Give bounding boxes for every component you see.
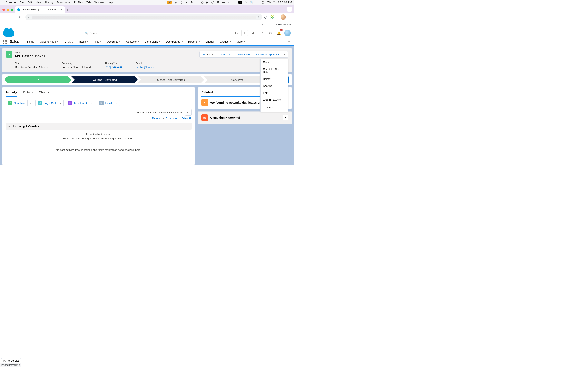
path-stage-future[interactable]: Closed - Not Converted (138, 76, 204, 83)
menu-profiles[interactable]: Profiles (74, 1, 83, 4)
record-actions-dropdown[interactable]: ▾ (282, 51, 288, 58)
bookmarks-overflow-icon[interactable]: » (261, 23, 263, 26)
nav-files[interactable]: Files▾ (91, 38, 104, 46)
nav-chatter[interactable]: Chatter (203, 38, 217, 46)
follow-button[interactable]: ＋Follow (199, 51, 217, 58)
browser-tab[interactable]: Bertha Boxer | Lead | Salesfor... × (15, 6, 65, 13)
nav-contacts[interactable]: Contacts▾ (124, 38, 141, 46)
path-stage-current[interactable]: Working - Contacted (71, 76, 138, 83)
global-add-button[interactable]: ＋ (241, 30, 248, 36)
menubar-app-name[interactable]: Chrome (6, 1, 16, 4)
menu-delete[interactable]: Delete (260, 76, 288, 83)
nav-home[interactable]: Home (25, 38, 37, 46)
field-email-value[interactable]: bertha@fcof.net (136, 66, 155, 69)
setup-gear-icon[interactable]: ⚙ (267, 30, 274, 36)
new-note-button[interactable]: New Note (235, 51, 253, 58)
menu-edit[interactable]: Edit (27, 1, 32, 4)
view-all-link[interactable]: View All (182, 117, 191, 120)
menu-history[interactable]: History (45, 1, 53, 4)
tabs-dropdown-button[interactable]: ⌄ (287, 7, 292, 12)
menu-bookmarks[interactable]: Bookmarks (57, 1, 70, 4)
menu-edit[interactable]: Edit (260, 90, 288, 96)
nav-dashboards[interactable]: Dashboards▾ (164, 38, 185, 46)
tab-activity[interactable]: Activity (6, 90, 17, 97)
mic-icon[interactable]: 🎤 (167, 1, 172, 4)
window-zoom-icon[interactable] (11, 8, 13, 11)
global-search-input[interactable]: 🔍 Search... (83, 30, 164, 36)
nav-campaigns[interactable]: Campaigns▾ (142, 38, 163, 46)
bluetooth-icon[interactable]: ✳ (245, 1, 247, 4)
omnibox[interactable]: ⊶ ☆ (25, 14, 262, 20)
wifi-icon[interactable]: ᯤ (228, 1, 231, 4)
tab-details[interactable]: Details (23, 90, 33, 97)
display-icon[interactable]: 🖥 (217, 1, 219, 4)
nav-more[interactable]: More▾ (234, 38, 247, 46)
menu-change-owner[interactable]: Change Owner (260, 96, 288, 103)
menu-clone[interactable]: Clone (260, 59, 288, 66)
path-stage-complete[interactable]: ✓ (5, 76, 71, 83)
menu-view[interactable]: View (35, 1, 41, 4)
user-avatar-icon[interactable] (284, 30, 291, 36)
new-event-button[interactable]: ▦ New Event (66, 100, 89, 106)
nav-back-button[interactable]: ← (2, 14, 8, 20)
salesforce-logo-icon[interactable] (3, 29, 14, 37)
nav-reports[interactable]: Reports▾ (186, 38, 202, 46)
menubar-icon[interactable]: Ⓖ (174, 1, 177, 4)
profile-avatar-icon[interactable] (281, 15, 286, 20)
expand-all-link[interactable]: Expand All (165, 117, 178, 120)
email-button[interactable]: ✉ Email (97, 100, 114, 106)
menubar-icon[interactable]: ◎ (180, 1, 182, 4)
refresh-link[interactable]: Refresh (152, 117, 162, 120)
new-task-dropdown[interactable]: ▾ (27, 100, 33, 106)
menubar-clock[interactable]: Thu Oct 17 6:03 PM (268, 1, 292, 4)
menubar-icon[interactable]: ▶ (207, 1, 208, 4)
favorites-button[interactable]: ★▾ (233, 30, 239, 36)
new-case-button[interactable]: New Case (217, 51, 235, 58)
menubar-icon[interactable]: ✦ (185, 1, 187, 4)
nav-tasks[interactable]: Tasks▾ (76, 38, 90, 46)
field-phone-value[interactable]: (850) 644-4200 (104, 66, 123, 69)
menu-help[interactable]: Help (108, 1, 113, 4)
menubar-icon[interactable]: ↻ (233, 1, 236, 4)
menu-tab[interactable]: Tab (86, 1, 91, 4)
site-info-icon[interactable]: ⊶ (28, 16, 30, 18)
menubar-icon[interactable]: ⚗ (190, 1, 193, 4)
chrome-menu-icon[interactable]: ⋮ (289, 15, 292, 19)
nav-groups[interactable]: Groups▾ (217, 38, 233, 46)
trailhead-icon[interactable]: ⛰ (250, 30, 256, 36)
submit-approval-button[interactable]: Submit for Approval (253, 51, 282, 58)
upcoming-overdue-section[interactable]: ⌄ Upcoming & Overdue (6, 123, 191, 130)
new-tab-button[interactable]: + (65, 7, 70, 13)
menubar-a-icon[interactable]: A (238, 1, 242, 4)
nav-reload-button[interactable]: ⟳ (17, 14, 23, 20)
siri-icon[interactable]: ◯ (261, 1, 265, 4)
menu-window[interactable]: Window (94, 1, 104, 4)
menubar-icon[interactable]: ⓘ (211, 1, 214, 4)
battery-icon[interactable]: ▬ (222, 1, 225, 4)
new-event-dropdown[interactable]: ▾ (89, 100, 95, 106)
tab-chatter[interactable]: Chatter (39, 90, 49, 97)
extensions-puzzle-icon[interactable]: 🧩 (270, 15, 274, 19)
window-minimize-icon[interactable] (7, 8, 9, 11)
menu-convert[interactable]: Convert (261, 104, 287, 111)
nav-forward-button[interactable]: → (10, 14, 16, 20)
activity-settings-icon[interactable]: ⚙ (185, 109, 191, 116)
notifications-bell-icon[interactable]: 🔔12 (276, 30, 282, 36)
campaign-card-dropdown[interactable]: ▾ (283, 115, 288, 120)
menu-check-new-data[interactable]: Check for New Data (260, 66, 288, 76)
menubar-icon[interactable]: 〰 (196, 1, 198, 4)
bookmark-star-icon[interactable]: ☆ (257, 16, 260, 18)
help-icon[interactable]: ? (259, 30, 265, 36)
app-launcher-icon[interactable] (3, 40, 7, 44)
extension-icon[interactable]: ◎ (264, 15, 267, 19)
log-call-dropdown[interactable]: ▾ (58, 100, 64, 106)
control-center-icon[interactable]: ⚌ (256, 1, 259, 4)
menubar-icon[interactable]: ▢ (201, 1, 204, 4)
nav-edit-icon[interactable]: ✎ (288, 40, 291, 43)
menu-file[interactable]: File (19, 1, 24, 4)
all-bookmarks-button[interactable]: 🗀 All Bookmarks (271, 23, 292, 26)
nav-opportunities[interactable]: Opportunities▾ (38, 38, 61, 46)
tab-close-icon[interactable]: × (61, 8, 62, 11)
phone-dropdown-icon[interactable]: ▾ (116, 62, 117, 65)
window-close-icon[interactable] (2, 8, 5, 11)
